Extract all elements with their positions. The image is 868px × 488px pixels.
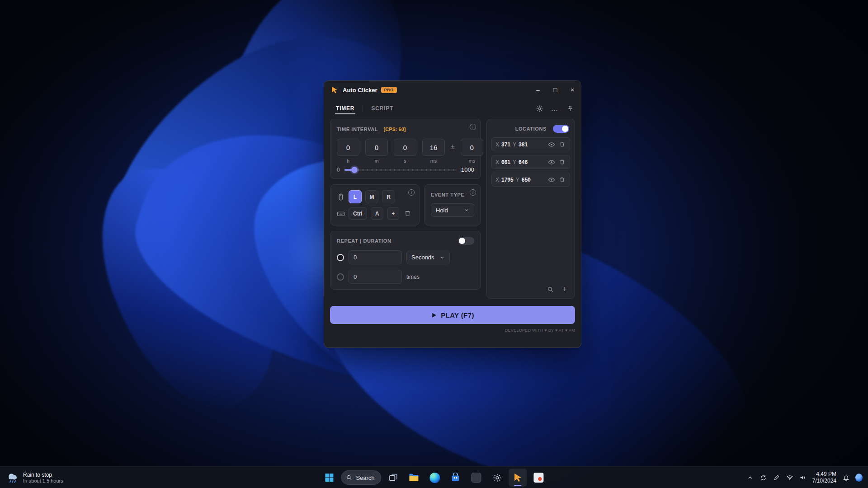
interval-slider-row: 0 1000 — [337, 166, 474, 173]
settings-gear-icon[interactable] — [535, 104, 544, 113]
x-coordinate: 371 — [501, 141, 510, 148]
edge-browser-button[interactable] — [426, 469, 444, 487]
tab-script[interactable]: SCRIPT — [363, 102, 401, 115]
pen-tray-icon[interactable] — [773, 474, 780, 481]
repeat-duration-card: REPEAT | DURATION Seconds — [330, 231, 481, 290]
time-interval-label: TIME INTERVAL — [337, 127, 378, 132]
add-location-button[interactable]: + — [560, 285, 569, 294]
file-explorer-button[interactable] — [405, 469, 423, 487]
duration-unit-dropdown[interactable]: Seconds — [406, 251, 450, 264]
locations-toggle[interactable] — [553, 125, 569, 133]
time-interval-info-icon[interactable]: i — [470, 124, 476, 130]
screen-recorder-button[interactable] — [530, 469, 548, 487]
minutes-input[interactable] — [365, 139, 388, 156]
tab-timer[interactable]: TIMER — [328, 102, 363, 115]
pick-location-search-icon[interactable] — [546, 285, 555, 294]
event-type-dropdown[interactable]: Hold — [431, 203, 474, 217]
window-body: TIME INTERVAL [CPS: 60] i h m — [324, 118, 581, 337]
slider-track[interactable] — [344, 169, 457, 171]
repeat-toggle[interactable] — [458, 237, 474, 245]
clock-widget[interactable]: 4:49 PM 7/10/2024 — [812, 471, 836, 484]
pinned-app-button[interactable] — [467, 469, 486, 487]
slider-handle[interactable] — [351, 167, 358, 173]
delete-location-trash-icon[interactable] — [558, 158, 566, 166]
auto-clicker-taskbar-button[interactable] — [509, 469, 527, 487]
duration-input[interactable] — [349, 250, 402, 264]
time-interval-card: TIME INTERVAL [CPS: 60] i h m — [330, 119, 481, 179]
mouse-buttons-row: L M R — [337, 190, 413, 203]
pro-badge: PRO — [381, 87, 397, 93]
location-row[interactable]: X 661 Y 646 — [491, 155, 570, 169]
seconds-input[interactable] — [394, 139, 416, 156]
microsoft-store-button[interactable] — [447, 469, 465, 487]
random-offset-input[interactable] — [461, 139, 483, 156]
mouse-info-icon[interactable]: i — [408, 189, 415, 196]
rain-cloud-icon — [6, 471, 19, 484]
locations-card: LOCATIONS X 371 Y 381 — [486, 119, 575, 299]
toggle-knob — [562, 126, 568, 132]
weather-widget[interactable]: Rain to stop In about 1.5 hours — [0, 467, 70, 488]
milliseconds-input[interactable] — [422, 139, 445, 156]
sync-tray-icon[interactable] — [760, 474, 767, 481]
preview-location-eye-icon[interactable] — [547, 176, 556, 184]
delete-location-trash-icon[interactable] — [558, 176, 566, 184]
network-wifi-icon[interactable] — [786, 474, 793, 481]
interval-slider[interactable] — [344, 167, 457, 173]
times-radio[interactable] — [337, 273, 344, 281]
hours-input[interactable] — [337, 139, 359, 156]
preview-location-eye-icon[interactable] — [547, 158, 556, 166]
delete-location-trash-icon[interactable] — [558, 141, 566, 149]
settings-button[interactable] — [488, 469, 506, 487]
y-axis-label: Y — [516, 177, 519, 183]
event-type-info-icon[interactable]: i — [470, 189, 476, 196]
minutes-field: m — [365, 139, 388, 164]
windows-logo-icon — [325, 473, 334, 482]
chevron-down-icon — [464, 207, 469, 213]
clear-keys-trash-icon[interactable] — [403, 209, 412, 218]
left-column: TIME INTERVAL [CPS: 60] i h m — [330, 119, 481, 299]
active-app-indicator — [514, 485, 522, 486]
task-view-button[interactable] — [384, 469, 402, 487]
weather-text: Rain to stop In about 1.5 hours — [23, 472, 63, 483]
minimize-button[interactable]: – — [529, 81, 547, 99]
notification-bell-icon[interactable] — [842, 474, 849, 481]
random-offset-unit-label: ms — [468, 158, 475, 164]
right-mouse-button[interactable]: R — [382, 190, 395, 203]
keyboard-icon — [337, 210, 345, 218]
play-button[interactable]: PLAY (F7) — [330, 306, 575, 324]
maximize-button[interactable]: □ — [547, 81, 564, 99]
location-row[interactable]: X 1795 Y 650 — [491, 173, 570, 187]
minutes-unit-label: m — [374, 158, 378, 164]
middle-mouse-button[interactable]: M — [365, 190, 378, 203]
location-row[interactable]: X 371 Y 381 — [491, 137, 570, 151]
screen-recorder-icon — [534, 473, 544, 483]
locations-footer: + — [491, 285, 570, 294]
key-chip-a[interactable]: A — [371, 207, 384, 220]
close-button[interactable]: × — [564, 81, 581, 99]
tray-date: 7/10/2024 — [812, 478, 836, 484]
volume-speaker-icon[interactable] — [799, 474, 807, 481]
pin-icon[interactable] — [566, 104, 575, 113]
seconds-field: s — [394, 139, 416, 164]
hidden-icons-chevron[interactable] — [747, 474, 754, 481]
y-coordinate: 381 — [519, 141, 528, 148]
tray-app-icon[interactable] — [855, 474, 863, 481]
file-explorer-icon — [409, 472, 420, 483]
start-button[interactable] — [320, 469, 338, 487]
hours-unit-label: h — [347, 158, 349, 164]
duration-radio[interactable] — [337, 254, 344, 261]
record-dot — [538, 477, 542, 481]
locations-list: X 371 Y 381 X — [491, 137, 570, 187]
add-key-button[interactable]: + — [387, 207, 399, 220]
settings-gear-icon — [492, 473, 502, 483]
key-chip-ctrl[interactable]: Ctrl — [349, 207, 367, 220]
window-title: Auto Clicker — [343, 87, 377, 94]
left-mouse-button[interactable]: L — [349, 190, 362, 203]
search-box[interactable]: Search — [341, 470, 381, 485]
duration-unit-value: Seconds — [411, 254, 434, 261]
duration-row: Seconds — [337, 250, 474, 264]
times-input[interactable] — [349, 270, 402, 284]
more-options-icon[interactable]: … — [550, 104, 559, 113]
weather-forecast: In about 1.5 hours — [23, 478, 63, 483]
preview-location-eye-icon[interactable] — [547, 141, 556, 149]
